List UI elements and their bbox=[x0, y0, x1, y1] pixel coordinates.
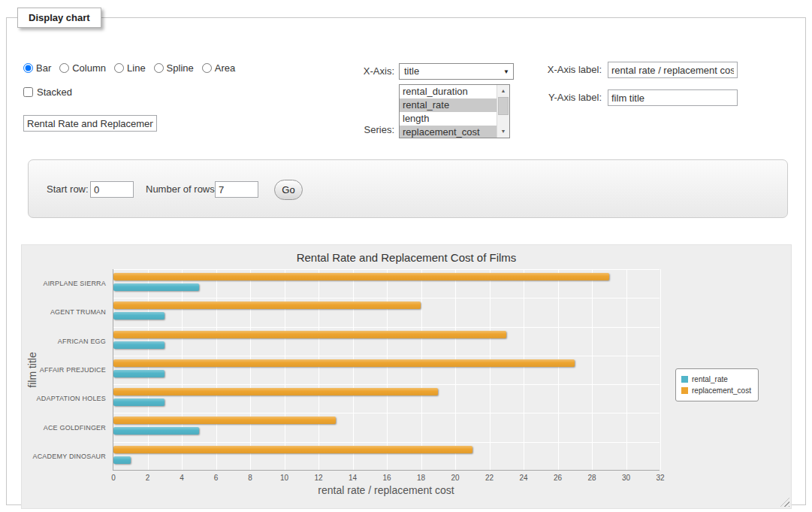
x-tick-label: 4 bbox=[180, 474, 184, 482]
column-radio[interactable] bbox=[59, 63, 69, 73]
series-list-label: Series: bbox=[322, 122, 394, 138]
series-listbox[interactable]: rental_duration rental_rate length repla… bbox=[399, 84, 510, 138]
scrollbar-thumb[interactable] bbox=[498, 97, 509, 115]
bar-rental_rate bbox=[113, 370, 165, 377]
x-gridline bbox=[660, 269, 661, 470]
bar-replacement_cost bbox=[113, 273, 609, 280]
legend-item-replacement_cost[interactable]: replacement_cost bbox=[681, 385, 751, 396]
spline-radio[interactable] bbox=[154, 63, 164, 73]
x-tick-label: 6 bbox=[214, 474, 219, 482]
num-rows-label: Number of rows: bbox=[146, 181, 217, 198]
series-scrollbar[interactable]: ▲ ▼ bbox=[497, 85, 509, 138]
chart-panel: Rental Rate and Replacement Cost of Film… bbox=[21, 244, 792, 509]
stacked-checkbox-group[interactable]: Stacked bbox=[23, 86, 72, 98]
x-tick-label: 22 bbox=[485, 474, 494, 482]
category-label: AFRICAN EGG bbox=[22, 338, 106, 345]
x-tick-label: 30 bbox=[622, 474, 630, 482]
bar-radio-label: Bar bbox=[36, 62, 51, 74]
y-axis-label-label: Y-Axis label: bbox=[525, 89, 602, 106]
num-rows-input[interactable] bbox=[215, 181, 258, 198]
chart-legend: rental_ratereplacement_cost bbox=[675, 368, 759, 401]
legend-item-rental_rate[interactable]: rental_rate bbox=[681, 374, 751, 385]
chart-x-axis-title: rental rate / replacement cost bbox=[113, 484, 660, 496]
start-row-label: Start row: bbox=[47, 181, 89, 198]
x-tick-label: 14 bbox=[349, 474, 357, 482]
bar-radio[interactable] bbox=[23, 63, 33, 73]
series-option-length[interactable]: length bbox=[400, 112, 497, 126]
x-tick-label: 18 bbox=[417, 474, 425, 482]
x-tick-label: 12 bbox=[314, 474, 322, 482]
legend-swatch-icon bbox=[681, 376, 688, 383]
scroll-up-icon[interactable]: ▲ bbox=[497, 85, 509, 97]
series-option-replacement-cost[interactable]: replacement_cost bbox=[400, 126, 497, 138]
x-tick-label: 16 bbox=[382, 474, 391, 482]
y-gridline bbox=[113, 356, 660, 356]
x-gridline bbox=[182, 269, 183, 470]
line-radio[interactable] bbox=[114, 63, 124, 73]
stacked-label: Stacked bbox=[37, 86, 72, 98]
bar-replacement_cost bbox=[113, 359, 575, 367]
x-axis-label-label: X-Axis label: bbox=[525, 62, 602, 78]
resize-handle-icon[interactable] bbox=[780, 498, 789, 507]
bar-replacement_cost bbox=[113, 417, 336, 424]
category-label: ACE GOLDFINGER bbox=[22, 424, 106, 432]
bar-rental_rate bbox=[113, 341, 165, 349]
y-axis-label-input[interactable] bbox=[608, 89, 738, 106]
category-axis-labels: AIRPLANE SIERRAAGENT TRUMANAFRICAN EGGAF… bbox=[22, 269, 106, 471]
x-gridline bbox=[626, 269, 627, 470]
chart-title-input[interactable] bbox=[23, 115, 157, 132]
category-label: AGENT TRUMAN bbox=[22, 308, 106, 316]
spline-radio-label: Spline bbox=[167, 62, 194, 74]
area-radio-label: Area bbox=[215, 62, 235, 74]
chevron-down-icon: ▼ bbox=[503, 64, 509, 80]
y-gridline bbox=[113, 384, 660, 385]
chart-type-option-column[interactable]: Column bbox=[59, 62, 106, 74]
x-tick-label: 10 bbox=[280, 474, 288, 482]
x-gridline bbox=[592, 269, 593, 470]
x-gridline bbox=[387, 269, 388, 470]
chart-type-radio-group: Bar Column Line Spline Area bbox=[23, 62, 243, 74]
bar-rental_rate bbox=[113, 456, 131, 464]
x-tick-label: 0 bbox=[111, 474, 116, 482]
category-label: AFFAIR PREJUDICE bbox=[22, 366, 106, 374]
legend-swatch-icon bbox=[681, 387, 688, 394]
y-gridline bbox=[113, 327, 660, 328]
x-gridline bbox=[216, 269, 217, 470]
start-row-input[interactable] bbox=[90, 181, 134, 198]
chart-type-option-spline[interactable]: Spline bbox=[154, 62, 194, 74]
bar-replacement_cost bbox=[113, 446, 472, 453]
column-radio-label: Column bbox=[72, 62, 106, 74]
chart-type-option-line[interactable]: Line bbox=[114, 62, 146, 74]
chart-title: Rental Rate and Replacement Cost of Film… bbox=[22, 251, 791, 264]
row-range-panel: Start row: Number of rows: Go bbox=[28, 159, 788, 218]
x-gridline bbox=[558, 269, 559, 470]
x-tick-label: 28 bbox=[587, 474, 596, 482]
area-radio[interactable] bbox=[202, 63, 212, 73]
chart-type-option-area[interactable]: Area bbox=[202, 62, 235, 74]
scroll-down-icon[interactable]: ▼ bbox=[497, 126, 509, 138]
stacked-checkbox[interactable] bbox=[23, 87, 33, 97]
bar-rental_rate bbox=[113, 312, 165, 320]
x-tick-label: 24 bbox=[519, 474, 527, 482]
x-tick-label: 8 bbox=[248, 474, 252, 482]
panel-legend: Display chart bbox=[17, 8, 101, 28]
series-option-rental-duration[interactable]: rental_duration bbox=[400, 85, 497, 98]
display-chart-panel: Display chart Bar Column Line Spline Are… bbox=[6, 8, 806, 505]
plot-area: 02468101214161820222426283032 bbox=[113, 269, 660, 471]
x-tick-label: 32 bbox=[656, 474, 664, 482]
x-gridline bbox=[455, 269, 456, 470]
x-axis-select[interactable]: title ▼ bbox=[399, 63, 514, 80]
legend-label: rental_rate bbox=[692, 375, 728, 383]
x-axis-label-input[interactable] bbox=[608, 62, 738, 78]
bar-replacement_cost bbox=[113, 388, 438, 395]
chart-type-option-bar[interactable]: Bar bbox=[23, 62, 51, 74]
category-label: ACADEMY DINOSAUR bbox=[22, 453, 106, 460]
series-option-rental-rate[interactable]: rental_rate bbox=[400, 98, 497, 112]
bar-rental_rate bbox=[113, 398, 165, 406]
x-tick-label: 20 bbox=[451, 474, 459, 482]
x-gridline bbox=[318, 269, 319, 470]
bar-rental_rate bbox=[113, 283, 199, 291]
x-gridline bbox=[421, 269, 422, 470]
go-button[interactable]: Go bbox=[274, 180, 303, 200]
x-axis-select-label: X-Axis: bbox=[322, 63, 394, 80]
